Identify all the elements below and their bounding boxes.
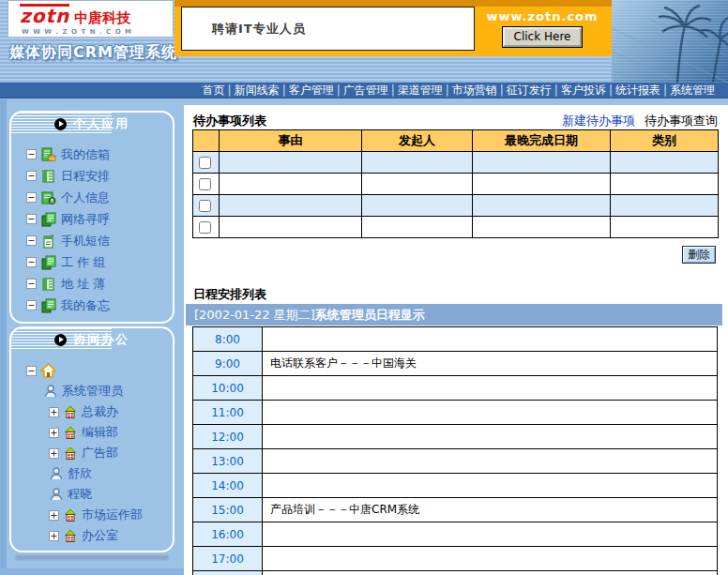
todo-column-header: 发起人 bbox=[362, 130, 473, 152]
sidebar-item-memo[interactable]: 我的备忘 bbox=[11, 297, 173, 313]
nav-item-2[interactable]: 客户管理 bbox=[289, 83, 334, 97]
schedule-row: 13:00 bbox=[193, 449, 718, 474]
sidebar-item-label: 我的备忘 bbox=[61, 297, 110, 314]
nav-item-4[interactable]: 渠道管理 bbox=[398, 83, 443, 97]
todo-row bbox=[193, 195, 719, 217]
todo-column-header: 最晚完成日期 bbox=[473, 130, 611, 152]
expand-minus-icon[interactable] bbox=[26, 257, 37, 267]
expand-minus-icon[interactable] bbox=[26, 192, 37, 203]
sidebar-item-mail[interactable]: 我的信箱 bbox=[11, 146, 173, 162]
workgroup-icon bbox=[41, 255, 56, 270]
person-icon bbox=[49, 487, 64, 502]
nav-item-8[interactable]: 统计报表 bbox=[615, 83, 660, 97]
tree-node-root[interactable] bbox=[11, 362, 173, 379]
expand-plus-icon[interactable] bbox=[49, 407, 59, 417]
schedule-event-cell bbox=[263, 401, 718, 425]
todo-table: 事由发起人最晚完成日期类别 bbox=[192, 129, 719, 238]
nav-separator: | bbox=[554, 83, 558, 97]
sms-icon bbox=[41, 234, 56, 249]
nav-separator: | bbox=[282, 83, 286, 97]
schedule-row: 10:00 bbox=[193, 376, 718, 401]
department-icon bbox=[63, 507, 78, 522]
expand-plus-icon[interactable] bbox=[49, 448, 59, 459]
sidebar-item-workgroup[interactable]: 工 作 组 bbox=[11, 254, 173, 270]
tree-node-程晓[interactable]: 程晓 bbox=[11, 486, 173, 503]
main-area: 个人应用 我的信箱日程安排个人信息网络寻呼手机短信工 作 组地 址 薄我的备忘 … bbox=[0, 99, 728, 575]
tree-node-label: 广告部 bbox=[82, 445, 118, 462]
nav-item-9[interactable]: 系统管理 bbox=[670, 83, 715, 97]
schedule-time-cell: 15:00 bbox=[193, 498, 263, 522]
tree-node-舒欣[interactable]: 舒欣 bbox=[11, 465, 173, 482]
nav-item-6[interactable]: 征订发行 bbox=[507, 83, 552, 97]
tree-node-市场运作部[interactable]: 市场运作部 bbox=[11, 507, 173, 523]
schedule-time-cell: 18:00 bbox=[193, 571, 263, 575]
banner-right-zone: www.zotn.com Click Here bbox=[475, 7, 610, 56]
todo-cell bbox=[362, 152, 473, 174]
expand-minus-icon[interactable] bbox=[26, 366, 37, 376]
personal-panel-title: 个人应用 bbox=[73, 115, 129, 132]
tree-node-办公室[interactable]: 办公室 bbox=[11, 527, 173, 544]
todo-checkbox-cell bbox=[193, 174, 220, 195]
expand-plus-icon[interactable] bbox=[49, 428, 59, 438]
nav-item-7[interactable]: 客户投诉 bbox=[561, 83, 606, 97]
banner-click-here-button[interactable]: Click Here bbox=[503, 27, 583, 47]
sidebar-item-label: 工 作 组 bbox=[61, 254, 105, 271]
main-navbar: 首页|新闻线索|客户管理|广告管理|渠道管理|市场营销|征订发行|客户投诉|统计… bbox=[0, 83, 728, 98]
expand-minus-icon[interactable] bbox=[26, 235, 37, 246]
expand-minus-icon[interactable] bbox=[26, 149, 37, 159]
system-title: 媒体协同CRM管理系统 bbox=[9, 43, 177, 63]
expand-minus-icon[interactable] bbox=[26, 171, 37, 181]
nav-separator: | bbox=[609, 83, 613, 97]
sidebar-item-sms[interactable]: 手机短信 bbox=[11, 233, 173, 249]
sidebar-item-label: 手机短信 bbox=[61, 233, 110, 250]
person-icon bbox=[49, 466, 64, 481]
tree-node-总裁办[interactable]: 总裁办 bbox=[11, 403, 173, 420]
ad-banner[interactable]: 聘请IT专业人员 www.zotn.com Click Here bbox=[174, 0, 612, 56]
person-info-icon bbox=[41, 190, 56, 205]
tree-node-label: 办公室 bbox=[82, 527, 118, 544]
delete-button[interactable]: 删除 bbox=[682, 246, 716, 264]
tree-node-系统管理员[interactable]: 系统管理员 bbox=[11, 383, 173, 400]
logo-website-url: W W W . Z O T N . C O M bbox=[8, 28, 173, 36]
tree-node-广告部[interactable]: 广告部 bbox=[11, 445, 173, 462]
expand-minus-icon[interactable] bbox=[26, 300, 37, 310]
sidebar-item-pager[interactable]: 网络寻呼 bbox=[11, 211, 173, 227]
schedule-time-cell: 16:00 bbox=[193, 522, 263, 547]
sidebar-item-calendar[interactable]: 日程安排 bbox=[11, 168, 173, 184]
nav-item-5[interactable]: 市场营销 bbox=[452, 83, 497, 97]
expand-plus-icon[interactable] bbox=[49, 510, 59, 521]
todo-row-checkbox[interactable] bbox=[199, 221, 211, 234]
nav-item-0[interactable]: 首页 bbox=[203, 83, 225, 97]
todo-row-checkbox[interactable] bbox=[199, 157, 211, 169]
schedule-row: 9:00电话联系客户－－－中国海关 bbox=[193, 352, 718, 376]
nav-item-3[interactable]: 广告管理 bbox=[343, 83, 388, 97]
schedule-row: 8:00 bbox=[193, 327, 718, 352]
page-header: zotn 中唐科技 W W W . Z O T N . C O M 媒体协同CR… bbox=[0, 0, 728, 83]
tree-node-编辑部[interactable]: 编辑部 bbox=[11, 424, 173, 441]
company-logo[interactable]: zotn 中唐科技 W W W . Z O T N . C O M bbox=[8, 0, 174, 38]
todo-section-title: 待办事项列表 bbox=[193, 113, 266, 129]
banner-ad-text: 聘请IT专业人员 bbox=[212, 21, 306, 38]
schedule-event-cell bbox=[263, 425, 718, 449]
schedule-event-cell bbox=[263, 376, 718, 401]
todo-cell bbox=[362, 217, 473, 238]
tree-node-label: 程晓 bbox=[68, 486, 92, 503]
todo-row-checkbox[interactable] bbox=[199, 178, 211, 190]
nav-item-1[interactable]: 新闻线索 bbox=[235, 83, 280, 97]
logo-row: zotn 中唐科技 bbox=[8, 1, 173, 27]
tree-node-label: 总裁办 bbox=[82, 403, 118, 420]
expand-minus-icon[interactable] bbox=[26, 279, 37, 289]
logo-wordmark: zotn bbox=[20, 4, 69, 25]
expand-minus-icon[interactable] bbox=[26, 214, 37, 224]
todo-column-header: 事由 bbox=[220, 130, 362, 152]
sidebar-item-person-info[interactable]: 个人信息 bbox=[11, 189, 173, 205]
todo-row-checkbox[interactable] bbox=[199, 200, 211, 212]
nav-separator: | bbox=[391, 83, 395, 97]
sidebar-bottom-strip bbox=[0, 568, 184, 575]
query-todo-link[interactable]: 待办事项查询 bbox=[645, 113, 718, 129]
schedule-row: 15:00产品培训－－－中唐CRM系统 bbox=[193, 498, 718, 522]
new-todo-link[interactable]: 新建待办事项 bbox=[562, 113, 635, 129]
sidebar-left-edge bbox=[0, 99, 7, 575]
expand-plus-icon[interactable] bbox=[49, 531, 59, 541]
sidebar-item-addressbook[interactable]: 地 址 薄 bbox=[11, 276, 173, 292]
